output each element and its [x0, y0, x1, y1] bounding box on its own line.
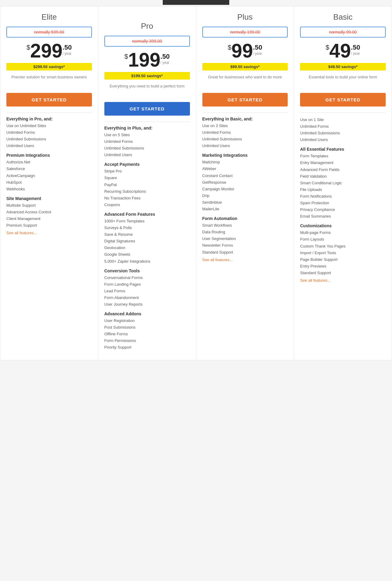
elite-price-dollar: $ [27, 44, 30, 51]
pro-feature-7: Square [104, 175, 190, 181]
pro-highlight-box: normally 399.00 [104, 36, 190, 47]
pro-price-row: $199.50/ year [104, 50, 190, 70]
basic-feature-1: Unlimited Forms [300, 123, 386, 130]
plus-get-started-button[interactable]: GET STARTED [202, 93, 288, 107]
basic-price-year: / year [351, 51, 360, 56]
elite-feature-12: Multisite Support [6, 202, 92, 209]
plus-description: Great for businesses who want to do more [202, 75, 288, 88]
basic-see-all-link[interactable]: See all features... [300, 278, 331, 283]
pro-price-dollar: $ [124, 53, 128, 61]
elite-price-year: / year [63, 51, 72, 56]
elite-get-started-button[interactable]: GET STARTED [6, 93, 92, 107]
col-plus: Plusnormally 199.00$99.50/ year$99.50 sa… [196, 6, 294, 360]
col-basic: Basicnormally 99.00$49.50/ year$49.50 sa… [294, 6, 392, 360]
plus-feature-1: Use on 3 Sites [202, 123, 288, 129]
elite-feature-3: Unlimited Submissions [6, 136, 92, 143]
pro-feature-25: User Journey Reports [104, 301, 190, 308]
pro-feature-22: Form Landing Pages [104, 281, 190, 288]
plus-feature-15: Smart Workflows [202, 222, 288, 229]
pro-feature-6: Stripe Pro [104, 168, 190, 175]
pro-original-price: normally 399.00 [107, 38, 187, 45]
basic-feature-20: Page Builder Support [300, 256, 386, 263]
pro-price-cents-year: .50/ year [160, 53, 170, 65]
basic-get-started-button[interactable]: GET STARTED [300, 93, 386, 107]
pro-feature-8: PayPal [104, 182, 190, 188]
plus-see-all-link[interactable]: See all features... [202, 258, 233, 262]
basic-feature-3: Unlimited Users [300, 136, 386, 143]
plus-divider [202, 113, 288, 113]
elite-feature-16: Premium Support [6, 222, 92, 229]
pro-feature-27: User Registration [104, 317, 190, 324]
plus-feature-18: Newsletter Forms [202, 242, 288, 249]
elite-section-11: Site Management [6, 196, 92, 201]
pro-section-20: Conversion Tools [104, 268, 190, 273]
pro-feature-28: Post Submissions [104, 324, 190, 331]
plus-original-price: normally 199.00 [205, 28, 285, 36]
pro-feature-14: Surveys & Polls [104, 225, 190, 231]
elite-feature-10: Webhooks [6, 186, 92, 192]
basic-feature-2: Unlimited Submissions [300, 130, 386, 136]
basic-feature-0: Use on 1 Site [300, 117, 386, 123]
plus-feature-3: Unlimited Submissions [202, 136, 288, 143]
plus-feature-13: MailerLite [202, 206, 288, 212]
plus-feature-2: Unlimited Forms [202, 129, 288, 136]
basic-feature-23: Standard Support [300, 270, 386, 276]
basic-price-cents: .50 [351, 44, 360, 51]
basic-title: Basic [300, 12, 386, 22]
basic-feature-18: Custom Thank You Pages [300, 243, 386, 250]
basic-feature-14: Email Summaries [300, 213, 386, 220]
basic-feature-16: Multi-page Forms [300, 229, 386, 236]
pro-feature-23: Lead Forms [104, 288, 190, 294]
elite-feature-6: Authorize.Net [6, 159, 92, 166]
basic-price-row: $49.50/ year [300, 41, 386, 61]
basic-price-cents-year: .50/ year [351, 44, 360, 56]
col-pro: Pronormally 399.00$199.50/ year$199.50 s… [98, 6, 196, 360]
plus-feature-12: Sendinblue [202, 199, 288, 206]
basic-feature-21: Entry Previews [300, 263, 386, 270]
elite-feature-1: Use on Unlimited Sites [6, 123, 92, 129]
elite-see-all-link[interactable]: See all features... [6, 231, 37, 235]
elite-section-5: Premium Integrations [6, 153, 92, 158]
pro-description: Everything you need to build a perfect f… [104, 84, 190, 97]
pro-savings-badge: $199.50 savings* [104, 72, 190, 80]
pro-feature-9: Recurring Subscriptions [104, 188, 190, 195]
plus-feature-16: Data Routing [202, 229, 288, 235]
elite-title: Elite [6, 12, 92, 22]
pro-feature-24: Form Abandonment [104, 294, 190, 301]
pro-price-year: / year [160, 61, 169, 65]
plus-feature-4: Unlimited Users [202, 143, 288, 149]
elite-price-main: 299 [30, 41, 63, 61]
plus-section-5: Marketing Integrations [202, 153, 288, 158]
plus-feature-7: AWeber [202, 166, 288, 172]
pricing-wrapper: Elitenormally 599.00$299.50/ year$299.50… [0, 0, 392, 373]
pro-feature-3: Unlimited Submissions [104, 145, 190, 152]
plus-feature-10: Campaign Monitor [202, 186, 288, 192]
pricing-columns: Elitenormally 599.00$299.50/ year$299.50… [0, 6, 392, 360]
col-elite: Elitenormally 599.00$299.50/ year$299.50… [0, 6, 98, 360]
elite-feature-7: Salesforce [6, 166, 92, 172]
pro-feature-11: Coupons [104, 202, 190, 208]
basic-feature-5: Form Templates [300, 153, 386, 159]
plus-price-dollar: $ [228, 44, 231, 51]
basic-feature-17: Form Layouts [300, 236, 386, 243]
plus-price-main: 99 [231, 41, 253, 61]
basic-section-15: Customizations [300, 223, 386, 228]
plus-feature-11: Drip [202, 192, 288, 199]
pro-feature-18: Google Sheets [104, 251, 190, 258]
basic-feature-12: Spam Protection [300, 200, 386, 206]
basic-feature-11: Form Notifications [300, 193, 386, 200]
plus-savings-badge: $99.50 savings* [202, 63, 288, 71]
elite-feature-14: Client Management [6, 215, 92, 222]
pro-get-started-button[interactable]: GET STARTED [104, 102, 190, 116]
pro-feature-30: Form Permissions [104, 337, 190, 344]
basic-highlight-box: normally 99.00 [300, 27, 386, 38]
elite-feature-2: Unlimited Forms [6, 129, 92, 136]
basic-feature-6: Entry Management [300, 159, 386, 166]
elite-price-cents-year: .50/ year [63, 44, 72, 56]
elite-feature-13: Advanced Access Control [6, 209, 92, 215]
pro-price-main: 199 [128, 50, 161, 70]
pro-feature-1: Use on 5 Sites [104, 132, 190, 138]
basic-feature-19: Import / Export Tools [300, 250, 386, 256]
elite-feature-9: HubSpot [6, 179, 92, 186]
pro-section-5: Accept Payments [104, 162, 190, 167]
